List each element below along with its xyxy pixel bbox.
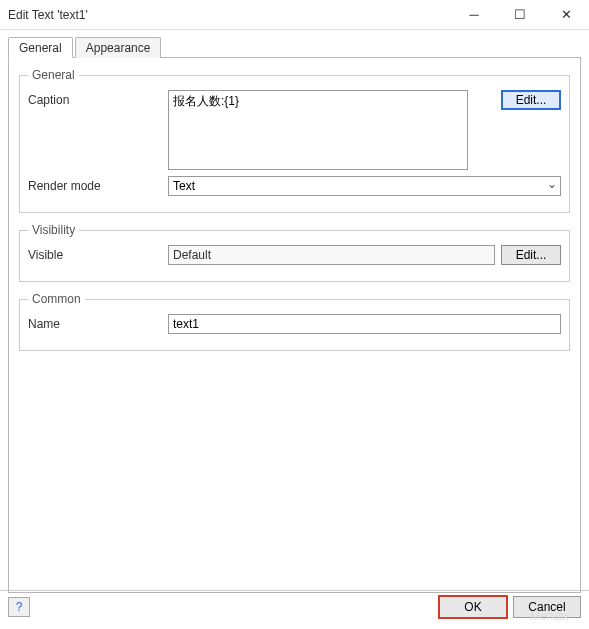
name-label: Name [28, 314, 168, 331]
maximize-icon: ☐ [514, 7, 526, 22]
tab-content-general: General Caption 报名人数:{1} Edit... Render … [8, 58, 581, 593]
caption-textarea[interactable]: 报名人数:{1} [168, 90, 468, 170]
window-controls: ─ ☐ ✕ [451, 0, 589, 30]
visible-value[interactable]: Default [168, 245, 495, 265]
dialog-body: General Appearance General Caption 报名人数:… [0, 30, 589, 590]
group-visibility: Visibility Visible Default Edit... [19, 223, 570, 282]
tab-appearance[interactable]: Appearance [75, 37, 162, 58]
group-common-legend: Common [28, 292, 85, 306]
group-general: General Caption 报名人数:{1} Edit... Render … [19, 68, 570, 213]
window-title: Edit Text 'text1' [8, 8, 451, 22]
visible-edit-button[interactable]: Edit... [501, 245, 561, 265]
ok-button[interactable]: OK [439, 596, 507, 618]
cancel-button[interactable]: Cancel [513, 596, 581, 618]
group-general-legend: General [28, 68, 79, 82]
help-button[interactable]: ? [8, 597, 30, 617]
help-icon: ? [16, 600, 23, 614]
close-icon: ✕ [561, 7, 572, 22]
caption-edit-button[interactable]: Edit... [501, 90, 561, 110]
titlebar: Edit Text 'text1' ─ ☐ ✕ [0, 0, 589, 30]
tab-general[interactable]: General [8, 37, 73, 58]
tab-strip: General Appearance [8, 36, 581, 58]
name-input[interactable] [168, 314, 561, 334]
group-common: Common Name [19, 292, 570, 351]
close-button[interactable]: ✕ [543, 0, 589, 30]
dialog-footer: ? OK Cancel [0, 590, 589, 622]
group-visibility-legend: Visibility [28, 223, 79, 237]
minimize-button[interactable]: ─ [451, 0, 497, 30]
minimize-icon: ─ [469, 7, 478, 22]
rendermode-select[interactable]: Text [168, 176, 561, 196]
maximize-button[interactable]: ☐ [497, 0, 543, 30]
caption-label: Caption [28, 90, 168, 107]
rendermode-label: Render mode [28, 176, 168, 193]
visible-label: Visible [28, 245, 168, 262]
